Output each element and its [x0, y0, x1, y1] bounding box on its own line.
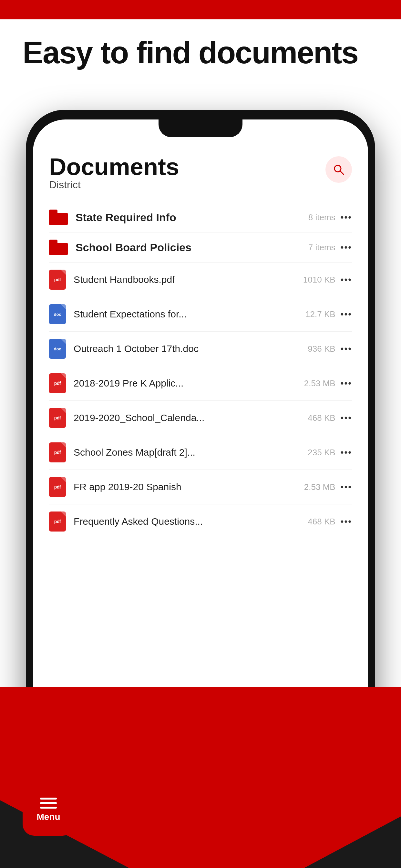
list-item[interactable]: pdf Student Handbooks.pdf 1010 KB •••: [49, 262, 352, 297]
more-options-button[interactable]: •••: [341, 212, 352, 222]
more-options-button[interactable]: •••: [341, 482, 352, 492]
search-button[interactable]: [326, 156, 352, 183]
doc-info: 2018-2019 Pre K Applic...: [73, 378, 299, 389]
phone-mockup: Documents District: [26, 110, 375, 784]
bottom-area: [0, 687, 401, 868]
pdf-icon: pdf: [49, 270, 66, 290]
doc-name: School Board Policies: [75, 241, 303, 254]
doc-name: School Zones Map[draft 2]...: [73, 447, 303, 458]
menu-button[interactable]: Menu: [23, 784, 74, 836]
doc-name: State Required Info: [75, 211, 303, 224]
list-item[interactable]: pdf 2019-2020_School_Calenda... 468 KB •…: [49, 401, 352, 435]
more-options-button[interactable]: •••: [341, 309, 352, 319]
doc-meta: 2.53 MB: [304, 378, 335, 389]
list-item[interactable]: pdf Frequently Asked Questions... 468 KB…: [49, 504, 352, 538]
pdf-icon: pdf: [49, 373, 66, 393]
menu-lines-icon: [40, 798, 57, 809]
more-options-button[interactable]: •••: [341, 413, 352, 423]
doc-meta: 936 KB: [308, 344, 335, 354]
doc-meta: 1010 KB: [303, 275, 335, 285]
doc-name: FR app 2019-20 Spanish: [73, 482, 299, 492]
doc-info: FR app 2019-20 Spanish: [73, 482, 299, 492]
doc-name: Student Expectations for...: [73, 309, 300, 320]
pdf-icon: pdf: [49, 512, 66, 531]
doc-meta: 7 items: [308, 243, 335, 252]
screen-subtitle: District: [49, 179, 179, 191]
menu-line: [40, 807, 57, 809]
svg-line-1: [340, 171, 343, 175]
pdf-icon: pdf: [49, 408, 66, 428]
more-options-button[interactable]: •••: [341, 447, 352, 458]
list-item[interactable]: pdf FR app 2019-20 Spanish 2.53 MB •••: [49, 470, 352, 504]
doc-icon: doc: [49, 339, 66, 359]
doc-info: Student Expectations for...: [73, 309, 300, 320]
list-item[interactable]: pdf 2018-2019 Pre K Applic... 2.53 MB ••…: [49, 366, 352, 401]
more-options-button[interactable]: •••: [341, 516, 352, 527]
menu-line: [40, 802, 57, 804]
more-options-button[interactable]: •••: [341, 378, 352, 389]
screen-header: Documents District: [49, 155, 352, 200]
doc-name: Frequently Asked Questions...: [73, 516, 303, 527]
menu-line: [40, 798, 57, 800]
pdf-icon: pdf: [49, 442, 66, 462]
doc-info: Outreach 1 October 17th.doc: [73, 343, 303, 354]
list-item[interactable]: doc Outreach 1 October 17th.doc 936 KB •…: [49, 332, 352, 366]
doc-info: Frequently Asked Questions...: [73, 516, 303, 527]
doc-icon: doc: [49, 304, 66, 324]
folder-icon: [49, 240, 68, 255]
doc-meta: 12.7 KB: [305, 309, 335, 319]
bottom-black-shape-right: [304, 803, 401, 868]
screen-title-block: Documents District: [49, 155, 179, 200]
top-bar: [0, 0, 401, 20]
doc-name: 2019-2020_School_Calenda...: [73, 412, 303, 423]
more-options-button[interactable]: •••: [341, 275, 352, 285]
doc-meta: 235 KB: [308, 447, 335, 458]
page-headline: Easy to find documents: [23, 35, 378, 70]
screen-title: Documents: [49, 155, 179, 179]
doc-meta: 8 items: [308, 213, 335, 222]
screen-content: Documents District: [33, 142, 368, 774]
doc-name: Outreach 1 October 17th.doc: [73, 343, 303, 354]
folder-icon: [49, 210, 68, 225]
list-item[interactable]: doc Student Expectations for... 12.7 KB …: [49, 297, 352, 332]
doc-info: 2019-2020_School_Calenda...: [73, 412, 303, 423]
list-item[interactable]: pdf School Zones Map[draft 2]... 235 KB …: [49, 435, 352, 470]
list-item[interactable]: State Required Info 8 items •••: [49, 203, 352, 232]
search-icon: [333, 163, 345, 176]
menu-label: Menu: [36, 812, 60, 822]
document-list: State Required Info 8 items ••• School B…: [49, 203, 352, 538]
doc-info: State Required Info: [75, 211, 303, 224]
doc-info: School Zones Map[draft 2]...: [73, 447, 303, 458]
doc-name: Student Handbooks.pdf: [73, 274, 298, 285]
doc-meta: 468 KB: [308, 517, 335, 527]
doc-info: School Board Policies: [75, 241, 303, 254]
more-options-button[interactable]: •••: [341, 344, 352, 354]
pdf-icon: pdf: [49, 477, 66, 497]
doc-name: 2018-2019 Pre K Applic...: [73, 378, 299, 389]
list-item[interactable]: School Board Policies 7 items •••: [49, 232, 352, 262]
phone-screen: Documents District: [33, 120, 368, 774]
doc-meta: 468 KB: [308, 413, 335, 423]
more-options-button[interactable]: •••: [341, 242, 352, 252]
phone-notch: [158, 120, 243, 137]
doc-info: Student Handbooks.pdf: [73, 274, 298, 285]
doc-meta: 2.53 MB: [304, 482, 335, 492]
